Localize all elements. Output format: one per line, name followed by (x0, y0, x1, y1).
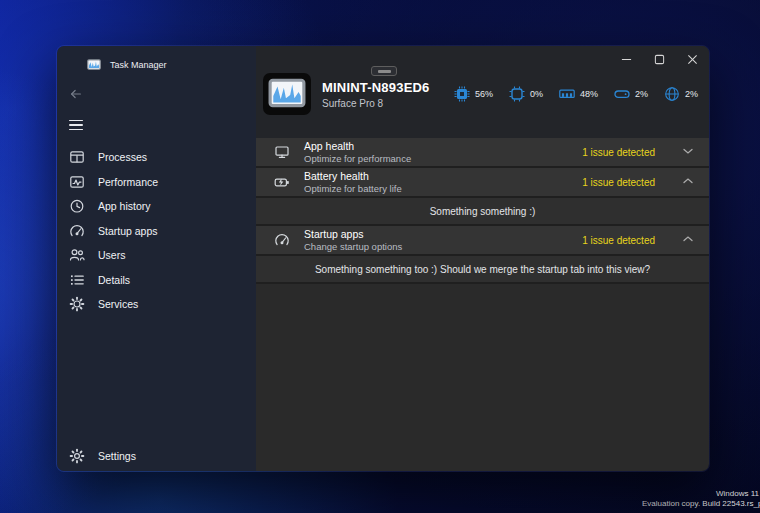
sidebar-item-users[interactable]: Users (57, 243, 256, 268)
memory-stat: 48% (559, 86, 598, 102)
startup-apps-card[interactable]: Startup apps Change startup options 1 is… (256, 226, 709, 256)
sidebar-item-settings[interactable]: Settings (57, 444, 256, 469)
sidebar-item-app-history[interactable]: App history (57, 194, 256, 219)
watermark-line1: Windows 11 P (716, 489, 760, 499)
network-globe-icon (664, 86, 680, 102)
sidebar-item-label: Processes (98, 151, 147, 163)
users-icon (69, 247, 85, 263)
services-icon (69, 296, 85, 312)
card-title: App health (304, 141, 411, 152)
gpu-icon (509, 86, 525, 102)
gear-icon (69, 448, 85, 464)
cpu-value: 56% (475, 89, 493, 99)
speedometer-icon (274, 232, 291, 249)
gpu-value: 0% (530, 89, 543, 99)
processes-icon (69, 149, 85, 165)
card-subtitle: Change startup options (304, 242, 402, 252)
task-manager-window: Task Manager Processes (56, 45, 710, 472)
note-text: Something something too :) Should we mer… (315, 264, 650, 275)
task-manager-icon (87, 59, 101, 71)
monitor-icon (274, 144, 291, 161)
app-history-icon (69, 198, 85, 214)
health-list: App health Optimize for performance 1 is… (256, 138, 709, 284)
maximize-button[interactable] (643, 46, 676, 73)
sidebar-item-label: Services (98, 298, 138, 310)
battery-health-card[interactable]: Battery health Optimize for battery life… (256, 168, 709, 198)
battery-health-note: Something something :) (256, 198, 709, 226)
chevron-up-icon[interactable] (683, 177, 695, 187)
status-text: 1 issue detected (582, 235, 655, 246)
sidebar: Task Manager Processes (57, 46, 256, 471)
gpu-stat: 0% (509, 86, 543, 102)
device-model: Surface Pro 8 (322, 98, 430, 109)
sidebar-nav: Processes Performance App history (57, 145, 256, 317)
watermark-line2: Evaluation copy. Build 22543.rs_pr (642, 499, 760, 509)
sidebar-item-startup-apps[interactable]: Startup apps (57, 219, 256, 244)
network-stat: 2% (664, 86, 698, 102)
performance-icon (69, 174, 85, 190)
card-title: Startup apps (304, 229, 402, 240)
memory-value: 48% (580, 89, 598, 99)
battery-icon (274, 174, 291, 191)
sidebar-item-label: Users (98, 249, 125, 261)
sidebar-item-label: App history (98, 200, 151, 212)
main-panel: MININT-N893ED6 Surface Pro 8 (256, 46, 709, 471)
sidebar-item-label: Settings (98, 450, 136, 462)
sidebar-item-label: Startup apps (98, 225, 158, 237)
sidebar-item-services[interactable]: Services (57, 292, 256, 317)
disk-icon (614, 86, 630, 102)
close-button[interactable] (676, 46, 709, 73)
device-name: MININT-N893ED6 (322, 80, 430, 95)
note-text: Something something :) (430, 206, 536, 217)
details-icon (69, 272, 85, 288)
card-subtitle: Optimize for battery life (304, 184, 402, 194)
status-text: 1 issue detected (582, 147, 655, 158)
hamburger-menu-icon[interactable] (69, 118, 85, 132)
sidebar-item-label: Details (98, 274, 130, 286)
back-arrow-icon[interactable] (69, 87, 85, 101)
chevron-down-icon[interactable] (683, 147, 695, 157)
disk-stat: 2% (614, 86, 648, 102)
chevron-up-icon[interactable] (683, 235, 695, 245)
status-text: 1 issue detected (582, 177, 655, 188)
sidebar-item-label: Performance (98, 176, 158, 188)
sidebar-item-performance[interactable]: Performance (57, 170, 256, 195)
app-title: Task Manager (110, 60, 167, 70)
disk-value: 2% (635, 89, 648, 99)
cpu-stat: 56% (454, 86, 493, 102)
cpu-icon (454, 86, 470, 102)
task-manager-logo (263, 73, 311, 115)
startup-apps-icon (69, 223, 85, 239)
startup-apps-note: Something something too :) Should we mer… (256, 256, 709, 284)
window-controls (610, 46, 709, 73)
memory-icon (559, 86, 575, 102)
app-title-row: Task Manager (87, 59, 256, 71)
card-title: Battery health (304, 171, 402, 182)
card-subtitle: Optimize for performance (304, 154, 411, 164)
desktop: { "colors": { "accent_blue": "#2a86d4", … (0, 0, 760, 513)
network-value: 2% (685, 89, 698, 99)
app-health-card[interactable]: App health Optimize for performance 1 is… (256, 138, 709, 168)
resource-stats: 56% 0% (454, 86, 698, 102)
sidebar-item-processes[interactable]: Processes (57, 145, 256, 170)
sidebar-item-details[interactable]: Details (57, 268, 256, 293)
minimize-button[interactable] (610, 46, 643, 73)
